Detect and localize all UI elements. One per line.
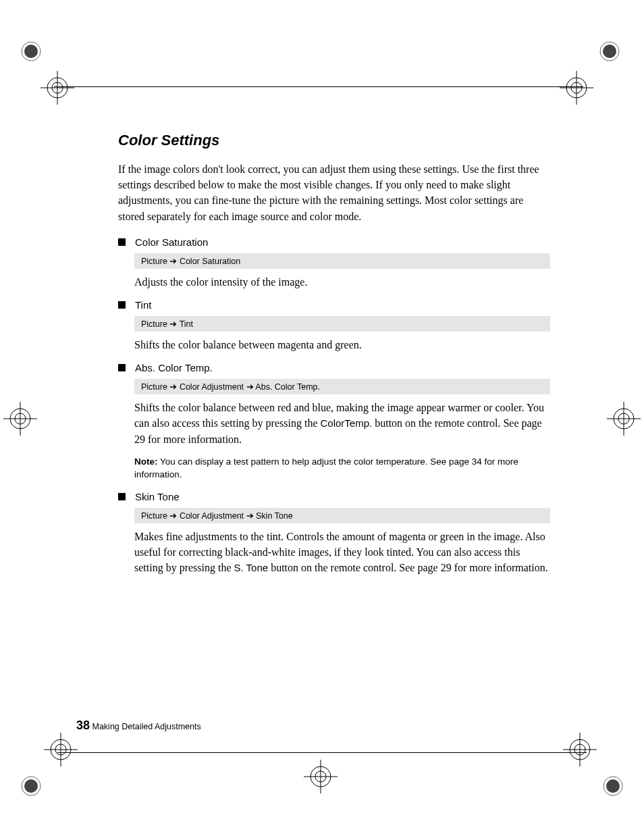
- button-reference: ColorTemp.: [321, 417, 373, 429]
- registration-cross-icon: [44, 733, 78, 766]
- menu-path: Picture ➔ Color Saturation: [134, 253, 550, 269]
- setting-header: Tint: [118, 299, 550, 311]
- setting-description: Shifts the color balance between red and…: [134, 400, 550, 447]
- svg-point-7: [603, 45, 616, 58]
- path-segment: Picture: [141, 319, 167, 329]
- setting-tint: Tint Picture ➔ Tint Shifts the color bal…: [118, 299, 550, 353]
- crop-line: [57, 752, 587, 753]
- registration-cross-icon: [3, 402, 37, 436]
- button-reference: S. Tone: [234, 562, 269, 573]
- arrow-icon: ➔: [169, 382, 177, 392]
- registration-mark-icon: [20, 41, 42, 62]
- registration-mark-icon: [602, 775, 624, 797]
- setting-header: Abs. Color Temp.: [118, 362, 550, 373]
- registration-cross-icon: [563, 733, 597, 766]
- setting-name: Color Saturation: [135, 236, 208, 248]
- svg-point-21: [24, 779, 38, 793]
- arrow-icon: ➔: [246, 382, 254, 392]
- bullet-icon: [118, 364, 126, 371]
- path-segment: Tint: [180, 319, 193, 329]
- registration-mark-icon: [599, 41, 620, 62]
- setting-color-saturation: Color Saturation Picture ➔ Color Saturat…: [118, 236, 550, 290]
- section-title: Color Settings: [118, 132, 550, 149]
- bullet-icon: [118, 493, 126, 500]
- note-label: Note:: [134, 457, 158, 467]
- setting-name: Tint: [135, 299, 151, 311]
- page-footer: 38 Making Detailed Adjustments: [76, 719, 201, 733]
- setting-header: Color Saturation: [118, 236, 550, 248]
- note: Note: You can display a test pattern to …: [134, 455, 550, 481]
- setting-description: Adjusts the color intensity of the image…: [134, 274, 550, 290]
- note-text: You can display a test pattern to help a…: [134, 457, 518, 480]
- menu-path: Picture ➔ Color Adjustment ➔ Skin Tone: [134, 508, 550, 523]
- page-content: Color Settings If the image colors don't…: [118, 132, 550, 585]
- desc-text: button on the remote control. See page 2…: [268, 562, 548, 573]
- registration-cross-icon: [304, 760, 338, 793]
- arrow-icon: ➔: [246, 511, 254, 521]
- arrow-icon: ➔: [169, 257, 177, 266]
- registration-cross-icon: [41, 71, 74, 105]
- setting-description: Shifts the color balance between magenta…: [134, 337, 550, 353]
- setting-header: Skin Tone: [118, 491, 550, 502]
- path-segment: Color Adjustment: [180, 382, 244, 392]
- path-segment: Color Saturation: [180, 257, 240, 266]
- bullet-icon: [118, 238, 126, 246]
- setting-skin-tone: Skin Tone Picture ➔ Color Adjustment ➔ S…: [118, 491, 550, 576]
- svg-point-1: [24, 45, 38, 58]
- intro-paragraph: If the image colors don't look correct, …: [118, 161, 550, 224]
- path-segment: Picture: [141, 257, 167, 266]
- crop-line: [54, 86, 583, 87]
- registration-cross-icon: [607, 402, 641, 436]
- menu-path: Picture ➔ Color Adjustment ➔ Abs. Color …: [134, 379, 550, 394]
- path-segment: Picture: [141, 511, 167, 521]
- chapter-name: Making Detailed Adjustments: [90, 722, 201, 731]
- registration-cross-icon: [560, 71, 593, 105]
- path-segment: Color Adjustment: [180, 511, 244, 521]
- registration-mark-icon: [20, 775, 42, 797]
- arrow-icon: ➔: [169, 319, 177, 329]
- path-segment: Skin Tone: [256, 511, 293, 521]
- setting-description: Makes fine adjustments to the tint. Cont…: [134, 529, 550, 576]
- svg-point-27: [606, 779, 620, 793]
- page-number: 38: [76, 719, 90, 732]
- setting-name: Skin Tone: [135, 491, 180, 502]
- arrow-icon: ➔: [169, 511, 177, 521]
- path-segment: Abs. Color Temp.: [255, 382, 320, 392]
- setting-name: Abs. Color Temp.: [135, 362, 213, 373]
- menu-path: Picture ➔ Tint: [134, 316, 550, 332]
- path-segment: Picture: [141, 382, 167, 392]
- setting-abs-color-temp: Abs. Color Temp. Picture ➔ Color Adjustm…: [118, 362, 550, 481]
- bullet-icon: [118, 301, 126, 309]
